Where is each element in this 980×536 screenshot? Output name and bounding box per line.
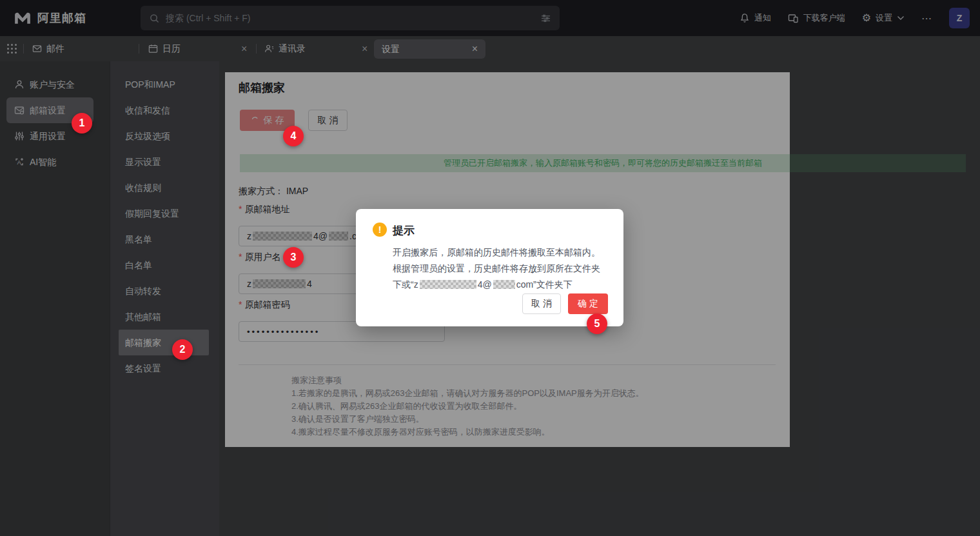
step-badge-4: 4 xyxy=(283,126,304,146)
value-fragment: com”文件夹下 xyxy=(516,279,573,290)
app-root: 阿里邮箱 通知 下载客户端 xyxy=(0,0,980,536)
confirm-dialog: ! 提示 开启搬家后，原邮箱的历史邮件将搬取至本邮箱内。 根据管理员的设置，历史… xyxy=(356,209,623,326)
dialog-title: 提示 xyxy=(393,223,415,238)
value-fragment: 下或“z xyxy=(393,279,418,290)
step-badge-5: 5 xyxy=(587,313,607,334)
step-badge-2: 2 xyxy=(172,339,193,360)
redacted-block xyxy=(420,280,476,289)
warning-icon: ! xyxy=(373,223,387,237)
dialog-confirm-button[interactable]: 确 定 xyxy=(568,293,608,314)
dialog-body-line: 下或“z4@com”文件夹下 xyxy=(393,277,609,293)
value-fragment: 4@ xyxy=(478,279,492,290)
step-badge-3: 3 xyxy=(283,247,304,268)
dialog-body-line: 根据管理员的设置，历史邮件将存放到原所在文件夹 xyxy=(393,261,609,277)
dialog-body: 开启搬家后，原邮箱的历史邮件将搬取至本邮箱内。 根据管理员的设置，历史邮件将存放… xyxy=(393,244,609,293)
dialog-cancel-button[interactable]: 取 消 xyxy=(522,293,561,314)
redacted-block xyxy=(493,280,515,289)
dialog-body-line: 开启搬家后，原邮箱的历史邮件将搬取至本邮箱内。 xyxy=(393,244,609,261)
step-badge-1: 1 xyxy=(72,113,92,134)
